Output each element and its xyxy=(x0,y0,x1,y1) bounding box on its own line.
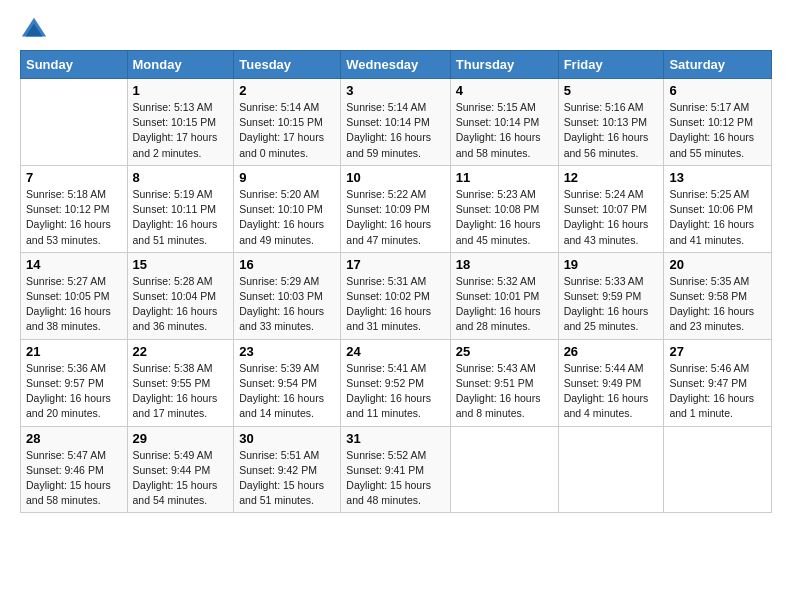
page-header xyxy=(20,16,772,44)
calendar-cell: 23Sunrise: 5:39 AM Sunset: 9:54 PM Dayli… xyxy=(234,339,341,426)
day-number: 20 xyxy=(669,257,766,272)
day-number: 16 xyxy=(239,257,335,272)
calendar-cell: 18Sunrise: 5:32 AM Sunset: 10:01 PM Dayl… xyxy=(450,252,558,339)
calendar-cell: 15Sunrise: 5:28 AM Sunset: 10:04 PM Dayl… xyxy=(127,252,234,339)
day-number: 22 xyxy=(133,344,229,359)
day-number: 21 xyxy=(26,344,122,359)
day-number: 2 xyxy=(239,83,335,98)
day-number: 7 xyxy=(26,170,122,185)
day-number: 15 xyxy=(133,257,229,272)
calendar-cell xyxy=(664,426,772,513)
calendar-cell: 3Sunrise: 5:14 AM Sunset: 10:14 PM Dayli… xyxy=(341,79,450,166)
calendar-cell: 2Sunrise: 5:14 AM Sunset: 10:15 PM Dayli… xyxy=(234,79,341,166)
day-detail: Sunrise: 5:39 AM Sunset: 9:54 PM Dayligh… xyxy=(239,361,335,422)
calendar-cell: 1Sunrise: 5:13 AM Sunset: 10:15 PM Dayli… xyxy=(127,79,234,166)
day-number: 10 xyxy=(346,170,444,185)
calendar-cell: 25Sunrise: 5:43 AM Sunset: 9:51 PM Dayli… xyxy=(450,339,558,426)
day-number: 19 xyxy=(564,257,659,272)
day-detail: Sunrise: 5:14 AM Sunset: 10:15 PM Daylig… xyxy=(239,100,335,161)
calendar-cell: 21Sunrise: 5:36 AM Sunset: 9:57 PM Dayli… xyxy=(21,339,128,426)
day-number: 3 xyxy=(346,83,444,98)
column-header-sunday: Sunday xyxy=(21,51,128,79)
calendar-cell: 11Sunrise: 5:23 AM Sunset: 10:08 PM Dayl… xyxy=(450,165,558,252)
day-detail: Sunrise: 5:18 AM Sunset: 10:12 PM Daylig… xyxy=(26,187,122,248)
day-number: 23 xyxy=(239,344,335,359)
day-number: 31 xyxy=(346,431,444,446)
day-detail: Sunrise: 5:20 AM Sunset: 10:10 PM Daylig… xyxy=(239,187,335,248)
day-detail: Sunrise: 5:27 AM Sunset: 10:05 PM Daylig… xyxy=(26,274,122,335)
day-number: 24 xyxy=(346,344,444,359)
column-header-wednesday: Wednesday xyxy=(341,51,450,79)
calendar-cell: 16Sunrise: 5:29 AM Sunset: 10:03 PM Dayl… xyxy=(234,252,341,339)
calendar-cell: 5Sunrise: 5:16 AM Sunset: 10:13 PM Dayli… xyxy=(558,79,664,166)
day-number: 29 xyxy=(133,431,229,446)
day-number: 12 xyxy=(564,170,659,185)
column-header-tuesday: Tuesday xyxy=(234,51,341,79)
day-detail: Sunrise: 5:46 AM Sunset: 9:47 PM Dayligh… xyxy=(669,361,766,422)
day-detail: Sunrise: 5:15 AM Sunset: 10:14 PM Daylig… xyxy=(456,100,553,161)
day-detail: Sunrise: 5:44 AM Sunset: 9:49 PM Dayligh… xyxy=(564,361,659,422)
column-header-friday: Friday xyxy=(558,51,664,79)
calendar-cell: 26Sunrise: 5:44 AM Sunset: 9:49 PM Dayli… xyxy=(558,339,664,426)
calendar-cell: 22Sunrise: 5:38 AM Sunset: 9:55 PM Dayli… xyxy=(127,339,234,426)
day-detail: Sunrise: 5:49 AM Sunset: 9:44 PM Dayligh… xyxy=(133,448,229,509)
day-detail: Sunrise: 5:52 AM Sunset: 9:41 PM Dayligh… xyxy=(346,448,444,509)
calendar-cell: 10Sunrise: 5:22 AM Sunset: 10:09 PM Dayl… xyxy=(341,165,450,252)
calendar-cell: 27Sunrise: 5:46 AM Sunset: 9:47 PM Dayli… xyxy=(664,339,772,426)
column-header-saturday: Saturday xyxy=(664,51,772,79)
calendar-cell: 7Sunrise: 5:18 AM Sunset: 10:12 PM Dayli… xyxy=(21,165,128,252)
day-detail: Sunrise: 5:47 AM Sunset: 9:46 PM Dayligh… xyxy=(26,448,122,509)
calendar-cell: 4Sunrise: 5:15 AM Sunset: 10:14 PM Dayli… xyxy=(450,79,558,166)
day-detail: Sunrise: 5:29 AM Sunset: 10:03 PM Daylig… xyxy=(239,274,335,335)
day-number: 25 xyxy=(456,344,553,359)
day-number: 13 xyxy=(669,170,766,185)
day-detail: Sunrise: 5:17 AM Sunset: 10:12 PM Daylig… xyxy=(669,100,766,161)
calendar-cell: 8Sunrise: 5:19 AM Sunset: 10:11 PM Dayli… xyxy=(127,165,234,252)
day-number: 1 xyxy=(133,83,229,98)
calendar-header-row: SundayMondayTuesdayWednesdayThursdayFrid… xyxy=(21,51,772,79)
calendar-week-3: 14Sunrise: 5:27 AM Sunset: 10:05 PM Dayl… xyxy=(21,252,772,339)
calendar-cell: 6Sunrise: 5:17 AM Sunset: 10:12 PM Dayli… xyxy=(664,79,772,166)
calendar-week-4: 21Sunrise: 5:36 AM Sunset: 9:57 PM Dayli… xyxy=(21,339,772,426)
day-detail: Sunrise: 5:25 AM Sunset: 10:06 PM Daylig… xyxy=(669,187,766,248)
day-detail: Sunrise: 5:33 AM Sunset: 9:59 PM Dayligh… xyxy=(564,274,659,335)
calendar-cell xyxy=(558,426,664,513)
day-detail: Sunrise: 5:22 AM Sunset: 10:09 PM Daylig… xyxy=(346,187,444,248)
calendar-cell: 24Sunrise: 5:41 AM Sunset: 9:52 PM Dayli… xyxy=(341,339,450,426)
day-detail: Sunrise: 5:41 AM Sunset: 9:52 PM Dayligh… xyxy=(346,361,444,422)
day-number: 6 xyxy=(669,83,766,98)
day-number: 17 xyxy=(346,257,444,272)
day-number: 27 xyxy=(669,344,766,359)
calendar-cell: 13Sunrise: 5:25 AM Sunset: 10:06 PM Dayl… xyxy=(664,165,772,252)
day-detail: Sunrise: 5:28 AM Sunset: 10:04 PM Daylig… xyxy=(133,274,229,335)
day-number: 18 xyxy=(456,257,553,272)
day-detail: Sunrise: 5:31 AM Sunset: 10:02 PM Daylig… xyxy=(346,274,444,335)
calendar-week-1: 1Sunrise: 5:13 AM Sunset: 10:15 PM Dayli… xyxy=(21,79,772,166)
calendar-cell: 20Sunrise: 5:35 AM Sunset: 9:58 PM Dayli… xyxy=(664,252,772,339)
day-detail: Sunrise: 5:36 AM Sunset: 9:57 PM Dayligh… xyxy=(26,361,122,422)
day-detail: Sunrise: 5:35 AM Sunset: 9:58 PM Dayligh… xyxy=(669,274,766,335)
calendar-cell: 17Sunrise: 5:31 AM Sunset: 10:02 PM Dayl… xyxy=(341,252,450,339)
column-header-monday: Monday xyxy=(127,51,234,79)
day-number: 26 xyxy=(564,344,659,359)
day-number: 9 xyxy=(239,170,335,185)
calendar-cell: 29Sunrise: 5:49 AM Sunset: 9:44 PM Dayli… xyxy=(127,426,234,513)
day-detail: Sunrise: 5:14 AM Sunset: 10:14 PM Daylig… xyxy=(346,100,444,161)
day-number: 11 xyxy=(456,170,553,185)
calendar-table: SundayMondayTuesdayWednesdayThursdayFrid… xyxy=(20,50,772,513)
calendar-cell xyxy=(450,426,558,513)
logo-icon xyxy=(20,16,48,44)
day-detail: Sunrise: 5:19 AM Sunset: 10:11 PM Daylig… xyxy=(133,187,229,248)
calendar-cell: 12Sunrise: 5:24 AM Sunset: 10:07 PM Dayl… xyxy=(558,165,664,252)
calendar-week-5: 28Sunrise: 5:47 AM Sunset: 9:46 PM Dayli… xyxy=(21,426,772,513)
calendar-cell: 28Sunrise: 5:47 AM Sunset: 9:46 PM Dayli… xyxy=(21,426,128,513)
calendar-cell: 14Sunrise: 5:27 AM Sunset: 10:05 PM Dayl… xyxy=(21,252,128,339)
logo xyxy=(20,16,52,44)
day-number: 5 xyxy=(564,83,659,98)
day-number: 8 xyxy=(133,170,229,185)
calendar-cell: 31Sunrise: 5:52 AM Sunset: 9:41 PM Dayli… xyxy=(341,426,450,513)
calendar-cell: 30Sunrise: 5:51 AM Sunset: 9:42 PM Dayli… xyxy=(234,426,341,513)
calendar-cell xyxy=(21,79,128,166)
day-number: 28 xyxy=(26,431,122,446)
column-header-thursday: Thursday xyxy=(450,51,558,79)
